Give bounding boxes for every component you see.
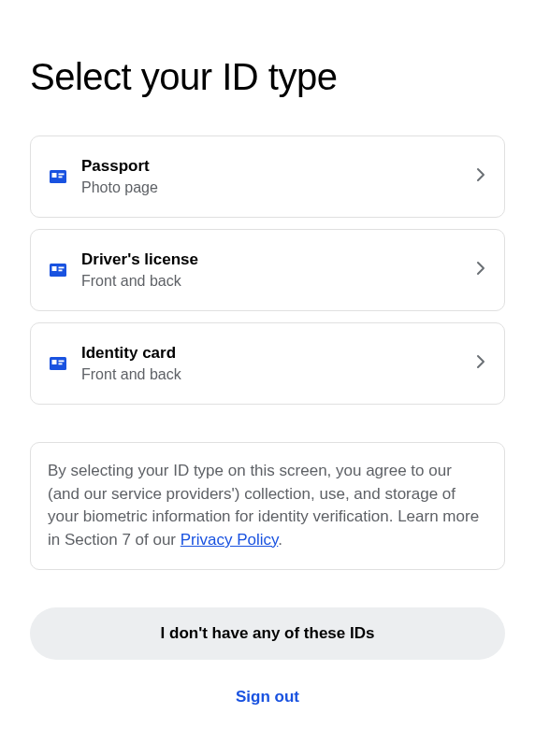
- disclosure-after: .: [278, 531, 282, 549]
- chevron-right-icon: [476, 261, 485, 279]
- id-card-icon: [50, 264, 66, 277]
- svg-rect-5: [52, 266, 57, 271]
- svg-rect-10: [59, 361, 65, 363]
- svg-rect-6: [59, 267, 65, 269]
- option-subtitle: Front and back: [81, 366, 476, 383]
- option-passport[interactable]: Passport Photo page: [30, 136, 505, 218]
- svg-rect-1: [52, 173, 57, 178]
- option-text: Identity card Front and back: [81, 344, 476, 383]
- option-title: Passport: [81, 157, 476, 176]
- option-subtitle: Front and back: [81, 273, 476, 290]
- option-identity-card[interactable]: Identity card Front and back: [30, 322, 505, 405]
- privacy-policy-link[interactable]: Privacy Policy: [181, 531, 279, 549]
- option-text: Driver's license Front and back: [81, 250, 476, 290]
- option-title: Driver's license: [81, 250, 476, 269]
- option-drivers-license[interactable]: Driver's license Front and back: [30, 229, 505, 311]
- no-id-button[interactable]: I don't have any of these IDs: [30, 607, 505, 660]
- svg-rect-11: [59, 364, 63, 365]
- option-title: Identity card: [81, 344, 476, 363]
- disclosure-text: By selecting your ID type on this screen…: [30, 442, 505, 570]
- id-card-icon: [50, 170, 66, 183]
- svg-rect-7: [59, 270, 63, 272]
- option-text: Passport Photo page: [81, 157, 476, 196]
- id-options-list: Passport Photo page Driver's license Fro…: [30, 136, 505, 405]
- chevron-right-icon: [476, 354, 485, 373]
- sign-out-link[interactable]: Sign out: [30, 688, 505, 706]
- svg-rect-2: [59, 174, 65, 176]
- option-subtitle: Photo page: [81, 179, 476, 196]
- chevron-right-icon: [476, 167, 485, 186]
- svg-rect-9: [52, 360, 57, 364]
- id-card-icon: [50, 357, 66, 370]
- page-title: Select your ID type: [30, 56, 505, 98]
- svg-rect-3: [59, 177, 63, 178]
